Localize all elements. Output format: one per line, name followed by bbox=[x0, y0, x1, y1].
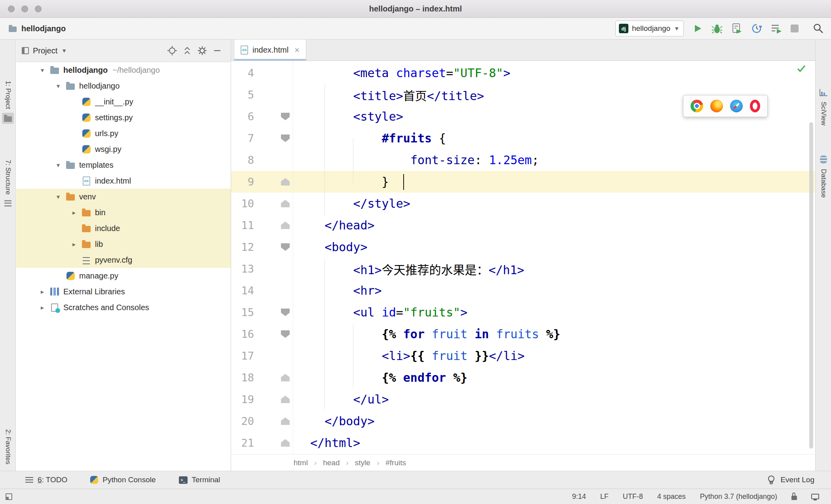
profiler-button[interactable] bbox=[751, 23, 762, 34]
line-number[interactable]: 18 bbox=[231, 371, 254, 384]
fold-marker-icon[interactable] bbox=[254, 127, 290, 149]
line-number[interactable]: 7 bbox=[231, 132, 254, 144]
tree-item-hellodjango[interactable]: ▾hellodjango bbox=[16, 78, 231, 94]
fold-marker-icon[interactable] bbox=[254, 323, 290, 345]
fold-marker-icon[interactable] bbox=[254, 301, 290, 323]
line-number[interactable]: 5 bbox=[231, 89, 254, 101]
fold-marker-icon[interactable] bbox=[254, 432, 290, 454]
tree-item-pyvenv-cfg[interactable]: pyvenv.cfg bbox=[16, 252, 231, 268]
project-panel-title[interactable]: Project bbox=[33, 46, 57, 55]
expand-arrow[interactable]: ▸ bbox=[67, 209, 81, 216]
stop-button[interactable] bbox=[791, 25, 799, 32]
tree-item-index-html[interactable]: index.html bbox=[16, 173, 231, 189]
line-number[interactable]: 6 bbox=[231, 110, 254, 123]
tool-strip-sciview[interactable]: SciView bbox=[816, 87, 831, 125]
code-line-13[interactable]: 13 <h1>今天推荐的水果是：</h1> bbox=[231, 258, 815, 280]
line-number[interactable]: 13 bbox=[231, 263, 254, 275]
indent-setting[interactable]: 4 spaces bbox=[657, 493, 686, 501]
debug-button[interactable] bbox=[711, 23, 723, 34]
run-with-coverage-button[interactable] bbox=[731, 23, 742, 34]
code-line-8[interactable]: 8 font-size: 1.25em; bbox=[231, 149, 815, 171]
code-line-20[interactable]: 20 </body> bbox=[231, 410, 815, 432]
expand-arrow[interactable]: ▾ bbox=[51, 82, 65, 90]
code-line-11[interactable]: 11 </head> bbox=[231, 214, 815, 236]
safari-icon[interactable] bbox=[730, 100, 743, 112]
expand-arrow[interactable]: ▾ bbox=[35, 66, 49, 74]
expand-arrow[interactable]: ▸ bbox=[35, 288, 49, 296]
line-number[interactable]: 15 bbox=[231, 306, 254, 318]
tree-item-scratches-and-consoles[interactable]: ▸Scratches and Consoles bbox=[16, 299, 231, 315]
expand-arrow[interactable]: ▸ bbox=[35, 304, 49, 311]
collapse-all-button[interactable] bbox=[182, 45, 193, 56]
tree-item-bin[interactable]: ▸bin bbox=[16, 205, 231, 220]
zoom-button[interactable] bbox=[35, 6, 42, 12]
code-line-10[interactable]: 10 </style> bbox=[231, 193, 815, 214]
line-number[interactable]: 10 bbox=[231, 197, 254, 210]
chrome-icon[interactable] bbox=[691, 100, 703, 112]
line-number[interactable]: 20 bbox=[231, 415, 254, 427]
hide-panel-button[interactable] bbox=[212, 45, 223, 56]
line-ending[interactable]: LF bbox=[600, 493, 609, 501]
firefox-icon[interactable] bbox=[710, 100, 723, 112]
breadcrumb-style[interactable]: style bbox=[355, 459, 370, 467]
line-number[interactable]: 19 bbox=[231, 393, 254, 405]
editor-scrollbar[interactable] bbox=[809, 122, 813, 449]
tree-item-wsgi-py[interactable]: wsgi.py bbox=[16, 141, 231, 157]
screen-reader-icon[interactable] bbox=[811, 494, 819, 499]
line-number[interactable]: 8 bbox=[231, 154, 254, 166]
fold-marker-icon[interactable] bbox=[254, 214, 290, 236]
tree-item-templates[interactable]: ▾templates bbox=[16, 157, 231, 173]
tree-item-init-py[interactable]: __init__.py bbox=[16, 94, 231, 110]
line-number[interactable]: 21 bbox=[231, 437, 254, 449]
tree-item-settings-py[interactable]: settings.py bbox=[16, 110, 231, 125]
breadcrumb-head[interactable]: head bbox=[323, 459, 340, 467]
tree-item-hellodjango[interactable]: ▾hellodjango~/hellodjango bbox=[16, 62, 231, 78]
toggle-tool-buttons-icon[interactable] bbox=[6, 493, 12, 500]
line-number[interactable]: 14 bbox=[231, 284, 254, 297]
code-line-16[interactable]: 16 {% for fruit in fruits %} bbox=[231, 323, 815, 345]
close-button[interactable] bbox=[8, 6, 15, 12]
expand-arrow[interactable]: ▸ bbox=[67, 241, 81, 248]
toolbar-project-breadcrumb[interactable]: hellodjango bbox=[9, 18, 66, 39]
breadcrumb-html[interactable]: html bbox=[294, 459, 308, 467]
code-line-9[interactable]: 9 } bbox=[231, 171, 815, 193]
close-tab-icon[interactable]: × bbox=[294, 45, 300, 55]
code-editor[interactable]: 4 <meta charset="UTF-8">5 <title>首页</tit… bbox=[231, 61, 815, 454]
line-number[interactable]: 9 bbox=[231, 176, 254, 188]
code-line-7[interactable]: 7 #fruits { bbox=[231, 127, 815, 149]
run-button[interactable] bbox=[692, 23, 703, 34]
code-line-14[interactable]: 14 <hr> bbox=[231, 280, 815, 301]
tree-item-manage-py[interactable]: manage.py bbox=[16, 268, 231, 284]
expand-arrow[interactable]: ▾ bbox=[51, 161, 65, 169]
tree-item-include[interactable]: include bbox=[16, 220, 231, 236]
tree-item-venv[interactable]: ▾venv bbox=[16, 189, 231, 205]
terminal-button[interactable]: Terminal bbox=[179, 476, 220, 484]
chevron-down-icon[interactable]: ▼ bbox=[61, 47, 67, 54]
6-todo-button[interactable]: 6: TODO bbox=[25, 476, 67, 484]
locate-file-button[interactable] bbox=[167, 45, 178, 56]
tool-strip-structure[interactable]: 7: Structure bbox=[0, 160, 16, 208]
line-number[interactable]: 12 bbox=[231, 241, 254, 253]
fold-marker-icon[interactable] bbox=[254, 193, 290, 214]
search-everywhere-button[interactable] bbox=[813, 23, 824, 34]
code-line-21[interactable]: 21</html> bbox=[231, 432, 815, 454]
fold-marker-icon[interactable] bbox=[254, 236, 290, 258]
code-line-19[interactable]: 19 </ul> bbox=[231, 388, 815, 410]
fold-marker-icon[interactable] bbox=[254, 388, 290, 410]
fold-marker-icon[interactable] bbox=[254, 367, 290, 388]
code-line-18[interactable]: 18 {% endfor %} bbox=[231, 367, 815, 388]
editor-tab-index-html[interactable]: index.html × bbox=[234, 40, 306, 61]
fold-marker-icon[interactable] bbox=[254, 410, 290, 432]
run-configurations-list-button[interactable] bbox=[771, 23, 782, 34]
fold-marker-icon[interactable] bbox=[254, 106, 290, 127]
opera-icon[interactable] bbox=[750, 100, 760, 112]
readonly-lock-icon[interactable] bbox=[791, 496, 797, 500]
minimize-button[interactable] bbox=[21, 6, 28, 12]
tree-item-lib[interactable]: ▸lib bbox=[16, 236, 231, 252]
tree-item-external-libraries[interactable]: ▸External Libraries bbox=[16, 284, 231, 299]
settings-gear-icon[interactable] bbox=[197, 45, 208, 56]
code-line-12[interactable]: 12 <body> bbox=[231, 236, 815, 258]
code-line-15[interactable]: 15 <ul id="fruits"> bbox=[231, 301, 815, 323]
line-number[interactable]: 16 bbox=[231, 328, 254, 340]
line-number[interactable]: 11 bbox=[231, 219, 254, 231]
